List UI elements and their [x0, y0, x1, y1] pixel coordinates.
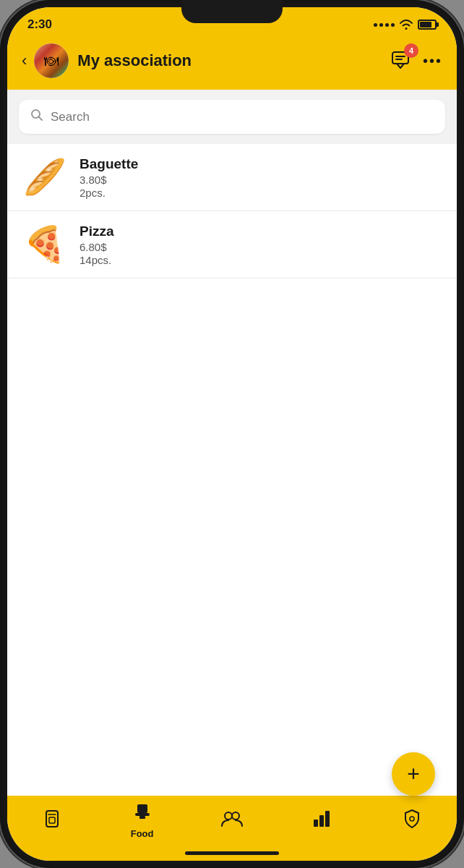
header-actions: 4 •••: [391, 49, 442, 72]
list-item[interactable]: 🥖 Baguette 3.80$ 2pcs.: [7, 144, 457, 211]
back-button[interactable]: ‹: [22, 51, 27, 70]
home-indicator: [185, 851, 279, 855]
status-time: 2:30: [27, 17, 52, 32]
item-image-pizza: 🍕: [22, 221, 68, 268]
nav-food-label: Food: [131, 828, 154, 839]
nav-item-drink[interactable]: [30, 809, 74, 833]
battery-icon: [418, 20, 437, 30]
item-quantity: 2pcs.: [80, 187, 138, 199]
item-name: Baguette: [80, 156, 138, 172]
phone-screen: 2:30 ‹ 🍽 My association: [7, 7, 457, 861]
wifi-icon: [399, 20, 413, 30]
item-info-baguette: Baguette 3.80$ 2pcs.: [80, 156, 138, 199]
avatar: 🍽: [34, 43, 69, 78]
phone-frame: 2:30 ‹ 🍽 My association: [0, 0, 464, 868]
svg-rect-2: [46, 811, 58, 827]
signal-icon: [374, 23, 395, 27]
page-title: My association: [77, 51, 391, 70]
more-button[interactable]: •••: [423, 53, 442, 69]
drink-icon: [43, 809, 61, 833]
notification-button[interactable]: 4: [391, 49, 413, 72]
svg-rect-3: [49, 817, 55, 823]
pizza-icon: 🍕: [23, 224, 66, 265]
search-container: [7, 90, 457, 144]
svg-rect-9: [314, 820, 318, 827]
svg-rect-4: [137, 804, 147, 813]
item-name: Pizza: [80, 224, 114, 239]
svg-point-12: [410, 817, 414, 821]
chart-icon: [312, 809, 332, 833]
food-icon: [132, 803, 152, 826]
item-price: 6.80$: [80, 241, 114, 253]
shield-icon: [403, 809, 421, 833]
nav-item-chart[interactable]: [300, 809, 343, 833]
avatar-image: 🍽: [34, 43, 69, 78]
svg-rect-5: [135, 813, 150, 816]
notch: [181, 0, 283, 23]
baguette-icon: 🥖: [23, 157, 66, 197]
svg-point-7: [225, 812, 232, 820]
search-input[interactable]: [51, 110, 434, 124]
header: ‹ 🍽 My association 4 •••: [7, 36, 457, 90]
item-quantity: 14pcs.: [80, 254, 114, 266]
nav-item-food[interactable]: Food: [121, 803, 164, 839]
svg-rect-10: [319, 815, 324, 827]
notification-badge: 4: [404, 43, 418, 58]
item-image-baguette: 🥖: [22, 154, 68, 200]
status-icons: [374, 20, 437, 30]
svg-rect-6: [139, 816, 145, 819]
nav-item-shield[interactable]: [390, 809, 434, 833]
content-area: 🥖 Baguette 3.80$ 2pcs. 🍕 Pizza 6: [7, 90, 457, 796]
list-item[interactable]: 🍕 Pizza 6.80$ 14pcs.: [7, 211, 457, 278]
items-list: 🥖 Baguette 3.80$ 2pcs. 🍕 Pizza 6: [7, 144, 457, 796]
svg-point-8: [232, 812, 239, 820]
item-price: 3.80$: [80, 174, 138, 186]
people-icon: [220, 810, 244, 832]
item-info-pizza: Pizza 6.80$ 14pcs.: [80, 224, 114, 266]
svg-rect-11: [325, 811, 330, 827]
search-icon: [30, 109, 43, 125]
search-bar[interactable]: [19, 100, 445, 134]
add-button[interactable]: +: [392, 752, 435, 796]
nav-item-people[interactable]: [210, 810, 254, 832]
